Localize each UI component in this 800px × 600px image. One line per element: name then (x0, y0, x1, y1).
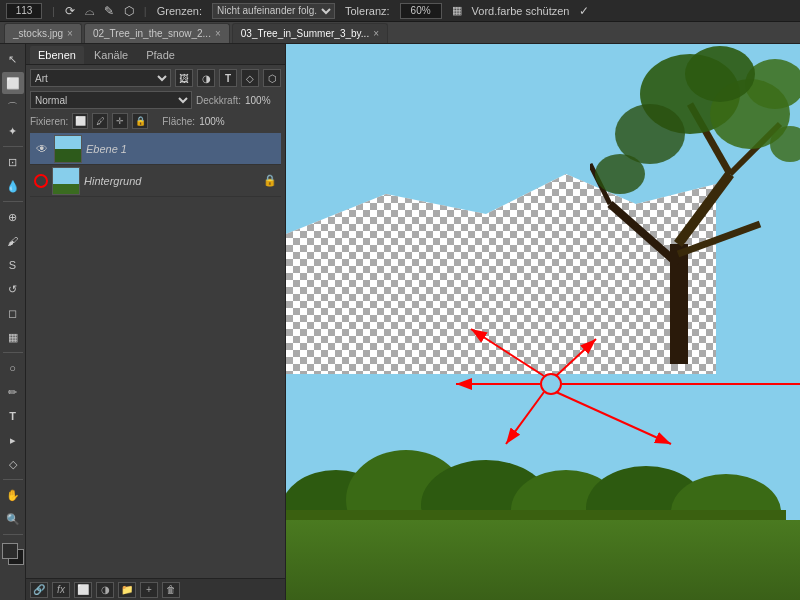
layer-item-2[interactable]: Hintergrund 🔒 (30, 165, 281, 197)
fix-fill-row: Fixieren: ⬜ 🖊 ✛ 🔒 Fläche: 100% (30, 113, 281, 129)
layer-2-thumbnail (52, 167, 80, 195)
layer-list: 👁 Ebene 1 Hintergrund 🔒 (30, 133, 281, 574)
zoom-indicator (6, 3, 42, 19)
panel-bottom-bar: 🔗 fx ⬜ ◑ 📁 + 🗑 (26, 578, 285, 600)
tool-shape[interactable]: ◇ (2, 453, 24, 475)
panel-tab-ebenen[interactable]: Ebenen (30, 46, 84, 64)
tool-history[interactable]: ↺ (2, 278, 24, 300)
color-swatches[interactable] (2, 543, 24, 565)
tool-lasso[interactable]: ⌒ (2, 96, 24, 118)
layer-type-select[interactable]: Art (30, 69, 171, 87)
tool-clone[interactable]: S (2, 254, 24, 276)
panel-tabs: Ebenen Kanäle Pfade (26, 44, 285, 65)
tool-icon-1: ⟳ (65, 4, 75, 18)
layer-1-visibility[interactable]: 👁 (34, 141, 50, 157)
tab-1-label: _stocks.jpg (13, 28, 63, 39)
panel-content: Art 🖼 ◑ T ◇ ⬡ Normal Deckkraft: 100% Fix… (26, 65, 285, 578)
panel-tab-kanaele[interactable]: Kanäle (86, 46, 136, 64)
fix-icon-lock[interactable]: 🔒 (132, 113, 148, 129)
panel-icon-image[interactable]: 🖼 (175, 69, 193, 87)
canvas-area[interactable] (286, 44, 800, 600)
panel-tab-pfade[interactable]: Pfade (138, 46, 183, 64)
tab-3[interactable]: 03_Tree_in_Summer_3_by... × (232, 23, 388, 43)
fix-icon-move[interactable]: ✛ (112, 113, 128, 129)
tool-crop[interactable]: ⊡ (2, 151, 24, 173)
tool-path-select[interactable]: ▸ (2, 429, 24, 451)
tab-bar: _stocks.jpg × 02_Tree_in_the_snow_2... ×… (0, 22, 800, 44)
grass-ground (286, 520, 800, 600)
tool-pen[interactable]: ✏ (2, 381, 24, 403)
zoom-input[interactable] (6, 3, 42, 19)
panel-link-btn[interactable]: 🔗 (30, 582, 48, 598)
tool-separator-5 (3, 534, 23, 535)
tool-heal[interactable]: ⊕ (2, 206, 24, 228)
panel-new-btn[interactable]: + (140, 582, 158, 598)
svg-line-1 (610, 204, 678, 264)
blend-opacity-row: Normal Deckkraft: 100% (30, 91, 281, 109)
panel-folder-btn[interactable]: 📁 (118, 582, 136, 598)
tool-icon-2: ⌓ (85, 4, 94, 18)
layer-2-red-circle (34, 174, 48, 188)
tool-separator-2 (3, 201, 23, 202)
left-toolbar: ↖ ⬜ ⌒ ✦ ⊡ 💧 ⊕ 🖌 S ↺ ◻ ▦ ○ ✏ T ▸ ◇ ✋ 🔍 (0, 44, 26, 600)
tool-hand[interactable]: ✋ (2, 484, 24, 506)
layer-1-thumbnail (54, 135, 82, 163)
tree-branches-svg (590, 44, 800, 364)
svg-point-12 (595, 154, 645, 194)
fix-icon-paint[interactable]: 🖊 (92, 113, 108, 129)
toleranz-label: Toleranz: (345, 5, 390, 17)
layer-2-lock-icon: 🔒 (263, 174, 277, 187)
opacity-label: Deckkraft: (196, 95, 241, 106)
vordfarbe-checkbox[interactable]: ✓ (579, 4, 589, 18)
tool-icon-3: ✎ (104, 4, 114, 18)
fix-icon-pixel[interactable]: ⬜ (72, 113, 88, 129)
tool-separator-1 (3, 146, 23, 147)
main-area: ↖ ⬜ ⌒ ✦ ⊡ 💧 ⊕ 🖌 S ↺ ◻ ▦ ○ ✏ T ▸ ◇ ✋ 🔍 Eb… (0, 44, 800, 600)
blend-mode-select[interactable]: Normal (30, 91, 192, 109)
tool-magic-wand[interactable]: ✦ (2, 120, 24, 142)
tab-1[interactable]: _stocks.jpg × (4, 23, 82, 43)
tool-gradient[interactable]: ▦ (2, 326, 24, 348)
tool-type[interactable]: T (2, 405, 24, 427)
svg-line-2 (678, 174, 730, 244)
panel-fx-btn[interactable]: fx (52, 582, 70, 598)
top-options-bar: | ⟳ ⌓ ✎ ⬡ | Grenzen: Nicht aufeinander f… (0, 0, 800, 22)
panel-mask-btn[interactable]: ⬜ (74, 582, 92, 598)
panel-icon-smart[interactable]: ⬡ (263, 69, 281, 87)
search-row: Art 🖼 ◑ T ◇ ⬡ (30, 69, 281, 87)
tab-1-close[interactable]: × (67, 28, 73, 39)
toleranz-icon: ▦ (452, 4, 462, 17)
layer-1-name: Ebene 1 (86, 143, 277, 155)
toleranz-input[interactable] (400, 3, 442, 19)
tab-2-close[interactable]: × (215, 28, 221, 39)
fix-label: Fixieren: (30, 116, 68, 127)
panel-icon-text[interactable]: T (219, 69, 237, 87)
tab-3-label: 03_Tree_in_Summer_3_by... (241, 28, 369, 39)
layer-item-1[interactable]: 👁 Ebene 1 (30, 133, 281, 165)
panel-adjust-btn[interactable]: ◑ (96, 582, 114, 598)
tool-separator-3 (3, 352, 23, 353)
tool-icon-4: ⬡ (124, 4, 134, 18)
tab-2[interactable]: 02_Tree_in_the_snow_2... × (84, 23, 230, 43)
grenzen-label: Grenzen: (157, 5, 202, 17)
tool-zoom[interactable]: 🔍 (2, 508, 24, 530)
layer-1-thumb-content (55, 136, 81, 162)
layers-panel: Ebenen Kanäle Pfade Art 🖼 ◑ T ◇ ⬡ Normal (26, 44, 286, 600)
opacity-value: 100% (245, 95, 281, 106)
tab-2-label: 02_Tree_in_the_snow_2... (93, 28, 211, 39)
tab-3-close[interactable]: × (373, 28, 379, 39)
tool-eyedropper[interactable]: 💧 (2, 175, 24, 197)
tool-dodge[interactable]: ○ (2, 357, 24, 379)
tool-move[interactable]: ↖ (2, 48, 24, 70)
grenzen-select[interactable]: Nicht aufeinander folg. (212, 3, 335, 19)
panel-icon-shape2[interactable]: ◇ (241, 69, 259, 87)
tool-eraser[interactable]: ◻ (2, 302, 24, 324)
tool-select-rect[interactable]: ⬜ (2, 72, 24, 94)
tool-brush[interactable]: 🖌 (2, 230, 24, 252)
foreground-color-swatch[interactable] (2, 543, 18, 559)
panel-delete-btn[interactable]: 🗑 (162, 582, 180, 598)
svg-point-11 (685, 46, 755, 102)
layer-2-name: Hintergrund (84, 175, 259, 187)
vordfarbe-label: Vord.farbe schützen (472, 5, 570, 17)
panel-icon-adjust[interactable]: ◑ (197, 69, 215, 87)
